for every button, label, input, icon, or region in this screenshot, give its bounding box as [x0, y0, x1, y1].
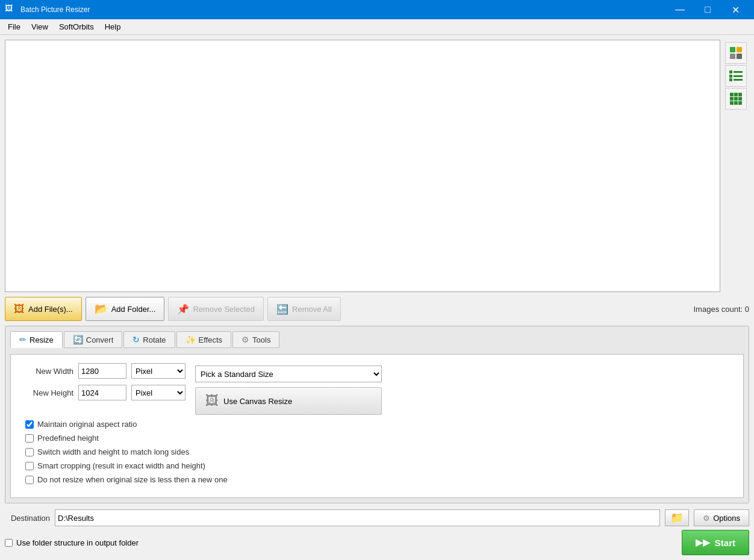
switch-width-height-label: Switch width and height to match long si…	[37, 447, 189, 456]
start-button[interactable]: ▶▶ Start	[682, 530, 749, 555]
remove-selected-label: Remove Selected	[193, 305, 255, 314]
svg-rect-3	[737, 54, 742, 59]
bottom-actions: Use folder structure in output folder ▶▶…	[5, 530, 749, 555]
do-not-resize-row: Do not resize when original size is less…	[25, 475, 735, 484]
height-unit-select[interactable]: Pixel Percent Inch Cm Mm	[131, 385, 185, 400]
maintain-aspect-ratio-row: Maintain original aspect ratio	[25, 420, 735, 429]
width-input[interactable]	[78, 363, 126, 379]
canvas-resize-icon: 🖼	[205, 393, 219, 409]
canvas-resize-label: Use Canvas Resize	[223, 397, 292, 406]
svg-rect-8	[729, 78, 732, 81]
smart-cropping-row: Smart cropping (result in exact width an…	[25, 461, 735, 470]
rotate-tab-icon: ↻	[132, 335, 140, 344]
folder-structure-label: Use folder structure in output folder	[16, 538, 139, 547]
app-icon: 🖼	[5, 4, 17, 16]
options-button[interactable]: ⚙ Options	[694, 509, 749, 526]
svg-rect-1	[737, 47, 742, 52]
remove-all-label: Remove All	[292, 305, 332, 314]
tab-resize[interactable]: ✏ Resize	[10, 331, 63, 348]
predefined-height-row: Predefined height	[25, 434, 735, 443]
main-content: 🖼 Add File(s)... 📂 Add Folder... 📌 Remov…	[0, 35, 754, 560]
svg-rect-4	[729, 70, 732, 73]
svg-rect-18	[738, 101, 742, 105]
bottom-bar: Destination 📁 ⚙ Options Use folder struc…	[5, 507, 749, 555]
folder-structure-checkbox[interactable]	[5, 539, 13, 547]
height-input[interactable]	[78, 385, 126, 400]
thumbnail-view-button[interactable]	[725, 42, 747, 64]
remove-all-button[interactable]: 🔙 Remove All	[267, 297, 341, 321]
images-count: Images count: 0	[694, 305, 750, 314]
list-view-button[interactable]	[725, 65, 747, 87]
window-controls: — □ ✕	[666, 0, 749, 19]
destination-input[interactable]	[55, 509, 660, 526]
width-unit-select[interactable]: Pixel Percent Inch Cm Mm	[131, 363, 185, 379]
svg-rect-14	[734, 97, 738, 101]
image-area	[5, 40, 720, 292]
switch-width-height-checkbox[interactable]	[25, 448, 34, 456]
maintain-aspect-ratio-label: Maintain original aspect ratio	[37, 420, 137, 429]
tools-tab-icon: ⚙	[241, 335, 249, 344]
menu-view[interactable]: View	[26, 20, 54, 33]
smart-cropping-checkbox[interactable]	[25, 462, 34, 470]
view-buttons	[723, 40, 749, 292]
tab-effects[interactable]: ✨ Effects	[176, 331, 232, 348]
resize-content: New Width Pixel Percent Inch Cm Mm New H…	[10, 354, 744, 498]
svg-rect-0	[730, 47, 735, 52]
svg-rect-2	[730, 54, 735, 59]
start-label: Start	[715, 538, 735, 548]
start-icon: ▶▶	[696, 537, 710, 548]
predefined-height-checkbox[interactable]	[25, 434, 34, 443]
add-folder-label: Add Folder...	[111, 305, 156, 314]
destination-row: Destination 📁 ⚙ Options	[5, 509, 749, 526]
tab-convert[interactable]: 🔄 Convert	[64, 331, 123, 348]
browse-button[interactable]: 📁	[665, 509, 689, 526]
switch-width-height-row: Switch width and height to match long si…	[25, 447, 735, 456]
add-files-icon: 🖼	[14, 303, 25, 316]
options-label: Options	[713, 514, 740, 523]
svg-rect-16	[730, 101, 734, 105]
resize-tab-label: Resize	[30, 335, 54, 344]
tab-tools[interactable]: ⚙ Tools	[232, 331, 279, 348]
remove-selected-icon: 📌	[177, 303, 189, 315]
add-folder-button[interactable]: 📂 Add Folder...	[86, 297, 165, 321]
effects-tab-label: Effects	[199, 335, 223, 344]
remove-selected-button[interactable]: 📌 Remove Selected	[168, 297, 264, 321]
destination-label: Destination	[5, 514, 50, 523]
svg-rect-13	[730, 97, 734, 101]
menu-help[interactable]: Help	[99, 20, 126, 33]
tools-tab-label: Tools	[252, 335, 270, 344]
app-title: Batch Picture Resizer	[20, 5, 666, 14]
grid-view-button[interactable]	[725, 88, 747, 110]
menu-file[interactable]: File	[2, 20, 26, 33]
tab-area: ✏ Resize 🔄 Convert ↻ Rotate ✨ Effects ⚙ …	[5, 326, 749, 503]
tab-rotate[interactable]: ↻ Rotate	[123, 331, 175, 348]
title-bar: 🖼 Batch Picture Resizer — □ ✕	[0, 0, 754, 19]
remove-all-icon: 🔙	[276, 303, 288, 315]
toolbar-row: 🖼 Add File(s)... 📂 Add Folder... 📌 Remov…	[5, 296, 749, 322]
browse-icon: 📁	[670, 511, 684, 524]
maximize-button[interactable]: □	[694, 0, 721, 19]
svg-rect-10	[730, 93, 734, 96]
svg-rect-15	[738, 97, 742, 101]
maintain-aspect-ratio-checkbox[interactable]	[25, 420, 34, 429]
new-height-label: New Height	[19, 388, 73, 397]
predefined-height-label: Predefined height	[37, 434, 99, 443]
menu-softorbits[interactable]: SoftOrbits	[54, 20, 99, 33]
canvas-resize-button[interactable]: 🖼 Use Canvas Resize	[195, 387, 382, 415]
new-width-label: New Width	[19, 367, 73, 376]
effects-tab-icon: ✨	[185, 335, 196, 344]
standard-size-select[interactable]: Pick a Standard Size 640x480 800x600 102…	[195, 366, 382, 382]
svg-rect-5	[734, 71, 743, 73]
add-files-label: Add File(s)...	[28, 305, 73, 314]
svg-rect-7	[734, 75, 743, 77]
do-not-resize-checkbox[interactable]	[25, 476, 34, 484]
svg-rect-9	[734, 79, 743, 81]
add-files-button[interactable]: 🖼 Add File(s)...	[5, 297, 82, 321]
close-button[interactable]: ✕	[721, 0, 749, 19]
menu-bar: File View SoftOrbits Help	[0, 19, 754, 35]
minimize-button[interactable]: —	[666, 0, 694, 19]
add-folder-icon: 📂	[95, 302, 108, 316]
convert-tab-icon: 🔄	[73, 335, 83, 344]
convert-tab-label: Convert	[86, 335, 114, 344]
tabs: ✏ Resize 🔄 Convert ↻ Rotate ✨ Effects ⚙ …	[10, 331, 744, 348]
